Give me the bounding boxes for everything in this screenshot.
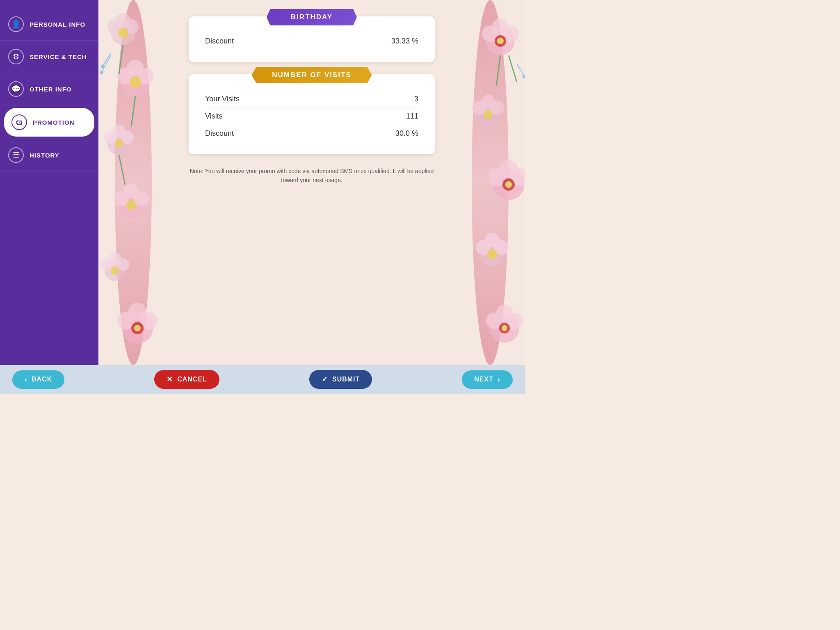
visits-card-row: Visits 111 — [205, 108, 418, 125]
birthday-card: BIRTHDAY Discount 33.33 % — [189, 16, 435, 62]
sidebar-item-label-service-tech: SERVICE & TECH — [30, 53, 87, 60]
sidebar-item-label-promotion: PROMOTION — [33, 119, 75, 126]
visits-card: NUMBER OF VISITS Your Visits 3 Visits 11… — [189, 74, 435, 154]
sidebar-item-personal-info[interactable]: 👤PERSONAL INFO — [0, 8, 98, 41]
row-value: 3 — [414, 95, 418, 103]
other-info-icon: 💬 — [8, 81, 24, 97]
personal-info-icon: 👤 — [8, 16, 24, 32]
content-area: BIRTHDAY Discount 33.33 % NUMBER OF VISI… — [98, 0, 525, 365]
service-tech-icon: ⚙ — [8, 49, 24, 64]
back-label: BACK — [32, 376, 52, 383]
visits-card-row: Your Visits 3 — [205, 91, 418, 108]
content-scroll: BIRTHDAY Discount 33.33 % NUMBER OF VISI… — [98, 0, 525, 365]
next-button[interactable]: NEXT › — [462, 370, 513, 389]
submit-button[interactable]: ✓ SUBMIT — [309, 370, 372, 389]
cancel-button[interactable]: ✕ CANCEL — [154, 370, 219, 389]
sidebar-item-service-tech[interactable]: ⚙SERVICE & TECH — [0, 41, 98, 73]
row-label: Discount — [205, 129, 234, 138]
history-icon: ☰ — [8, 147, 24, 163]
visits-banner: NUMBER OF VISITS — [251, 67, 372, 83]
sidebar-item-history[interactable]: ☰HISTORY — [0, 139, 98, 171]
row-value: 111 — [406, 112, 418, 121]
row-label: Your Visits — [205, 95, 240, 103]
birthday-banner: BIRTHDAY — [267, 9, 357, 25]
footer: ‹ BACK ✕ CANCEL ✓ SUBMIT NEXT › — [0, 365, 525, 394]
cancel-icon: ✕ — [167, 375, 173, 384]
sidebar-item-label-personal-info: PERSONAL INFO — [30, 21, 85, 28]
back-button[interactable]: ‹ BACK — [12, 370, 64, 389]
row-value: 30.0 % — [395, 129, 418, 138]
back-icon: ‹ — [25, 375, 27, 384]
sidebar-item-promotion[interactable]: 🎟PROMOTION — [4, 108, 94, 137]
submit-label: SUBMIT — [332, 376, 360, 383]
visits-card-row: Discount 30.0 % — [205, 125, 418, 142]
row-value: 33.33 % — [391, 37, 418, 46]
sidebar-item-label-history: HISTORY — [30, 152, 59, 159]
cancel-label: CANCEL — [177, 376, 207, 383]
sidebar: 👤PERSONAL INFO⚙SERVICE & TECH💬OTHER INFO… — [0, 0, 98, 365]
row-label: Visits — [205, 112, 223, 121]
sidebar-item-label-other-info: OTHER INFO — [30, 86, 72, 93]
next-icon: › — [498, 375, 500, 384]
next-label: NEXT — [474, 376, 493, 383]
promo-note: Note: You will receive your promo with c… — [189, 167, 435, 185]
submit-icon: ✓ — [322, 375, 328, 384]
birthday-card-row: Discount 33.33 % — [205, 33, 418, 50]
promotion-icon: 🎟 — [11, 114, 27, 130]
sidebar-item-other-info[interactable]: 💬OTHER INFO — [0, 73, 98, 105]
row-label: Discount — [205, 37, 234, 46]
